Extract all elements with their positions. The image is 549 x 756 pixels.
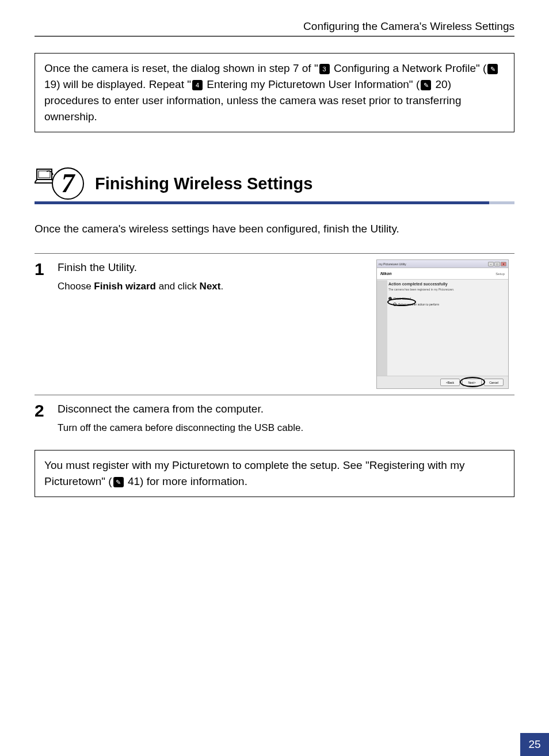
dialog-screenshot: my Picturetown Utility – □ × Nikon Setup… (376, 259, 509, 389)
cancel-button: Cancel (484, 379, 504, 386)
header-divider (35, 36, 514, 37)
dialog-setup-label: Setup (495, 272, 505, 276)
section-title: Finishing Wireless Settings (95, 174, 312, 193)
step-1-title: Finish the Utility. (58, 261, 365, 274)
section-step-number: 7 (62, 170, 75, 197)
next-button-highlight (460, 377, 485, 387)
section-underline (35, 201, 514, 204)
dialog-sidebar (377, 280, 387, 376)
dialog-window-title: my Picturetown Utility (379, 262, 406, 266)
dialog-action-sub: The camera has been registered in my Pic… (388, 288, 505, 291)
dialog-brand-row: Nikon Setup (377, 268, 508, 280)
dialog-action-title: Action completed successfully (388, 282, 505, 286)
note-box-2: You must register with my Picturetown to… (35, 450, 514, 497)
section-intro: Once the camera's wireless settings have… (35, 222, 514, 237)
dialog-titlebar: my Picturetown Utility – □ × (377, 260, 508, 268)
page-ref-icon: ✎ (487, 64, 498, 74)
step-1-block: 1 Finish the Utility. Choose Finish wiza… (35, 253, 514, 389)
note-box-1: Once the camera is reset, the dialog sho… (35, 53, 514, 132)
dialog-main: Action completed successfully The camera… (388, 282, 505, 375)
step-2-desc: Turn off the camera before disconnecting… (58, 421, 509, 435)
maximize-icon: □ (494, 262, 500, 266)
step-2-title: Disconnect the camera from the computer. (58, 403, 509, 415)
finish-wizard-highlight (387, 298, 416, 306)
dialog-brand: Nikon (380, 272, 391, 276)
note-2-text: You must register with my Picturetown to… (44, 457, 505, 490)
dialog-footer: <Back Next> Cancel (377, 376, 508, 388)
page-ref-icon: ✎ (113, 477, 124, 487)
pc-step3-icon: 3 (319, 64, 330, 74)
step-1-desc: Choose Finish wizard and click Next. (58, 280, 365, 293)
step-1-number: 1 (35, 259, 58, 389)
section-icon-group: 7 (35, 167, 89, 200)
svg-rect-1 (39, 171, 50, 178)
step-2-block: 2 Disconnect the camera from the compute… (35, 395, 514, 435)
step-2-number: 2 (35, 401, 58, 435)
step-circle: 7 (52, 167, 84, 200)
minimize-icon: – (488, 262, 494, 266)
close-icon: × (501, 262, 506, 266)
section-header: 7 Finishing Wireless Settings (35, 167, 514, 200)
page-number: 25 (520, 733, 549, 756)
page-ref-icon: ✎ (421, 80, 431, 90)
pc-step4-icon: 4 (192, 80, 203, 90)
back-button: <Back (440, 379, 460, 386)
note-text: Once the camera is reset, the dialog sho… (44, 60, 505, 125)
page-header-title: Configuring the Camera's Wireless Settin… (35, 20, 514, 33)
